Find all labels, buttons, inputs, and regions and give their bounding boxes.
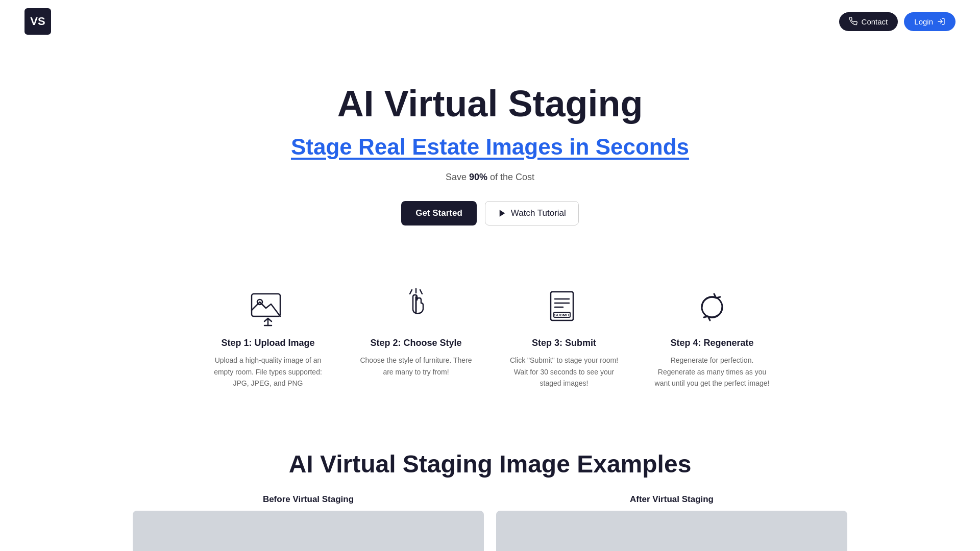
svg-text:SUBMIT: SUBMIT	[554, 313, 570, 317]
login-label: Login	[914, 17, 933, 26]
svg-line-8	[420, 290, 422, 294]
contact-button[interactable]: Contact	[839, 12, 898, 31]
hero-section: AI Virtual Staging Stage Real Estate Ima…	[0, 43, 980, 256]
nav-buttons: Contact Login	[839, 12, 955, 31]
step-4: Step 4: Regenerate Regenerate for perfec…	[638, 277, 786, 399]
step-1-desc: Upload a high-quality image of an empty …	[209, 355, 327, 389]
savings-percent: 90%	[469, 172, 487, 182]
phone-icon	[849, 17, 857, 26]
hero-buttons: Get Started Watch Tutorial	[24, 201, 955, 226]
before-label: Before Virtual Staging	[133, 494, 484, 505]
before-column: Before Virtual Staging	[133, 494, 484, 551]
hero-title: AI Virtual Staging	[24, 84, 955, 124]
step-3-title: Step 3: Submit	[505, 338, 623, 348]
after-column: After Virtual Staging	[496, 494, 847, 551]
step-1-icon	[248, 287, 288, 328]
step-4-icon	[692, 287, 732, 328]
before-image	[133, 511, 484, 551]
navbar: VS Contact Login	[0, 0, 980, 43]
login-icon	[937, 17, 945, 26]
examples-title: AI Virtual Staging Image Examples	[24, 450, 955, 478]
step-3: SUBMIT Step 3: Submit Click "Submit" to …	[490, 277, 638, 399]
after-image	[496, 511, 847, 551]
step-2: Step 2: Choose Style Choose the style of…	[342, 277, 490, 399]
get-started-button[interactable]: Get Started	[401, 201, 477, 226]
watch-tutorial-button[interactable]: Watch Tutorial	[485, 201, 579, 226]
steps-section: Step 1: Upload Image Upload a high-quali…	[133, 256, 847, 430]
contact-label: Contact	[862, 17, 888, 26]
svg-line-6	[410, 290, 412, 294]
examples-section: AI Virtual Staging Image Examples Before…	[0, 430, 980, 551]
examples-columns: Before Virtual Staging After Virtual Sta…	[133, 494, 847, 551]
step-4-desc: Regenerate for perfection. Regenerate as…	[653, 355, 771, 389]
step-2-icon	[396, 287, 436, 328]
login-button[interactable]: Login	[904, 12, 955, 31]
hero-savings: Save 90% of the Cost	[24, 172, 955, 183]
step-2-desc: Choose the style of furniture. There are…	[357, 355, 475, 378]
watch-tutorial-label: Watch Tutorial	[511, 208, 566, 218]
step-1-title: Step 1: Upload Image	[209, 338, 327, 348]
logo: VS	[24, 8, 51, 35]
play-icon	[498, 209, 507, 218]
step-1: Step 1: Upload Image Upload a high-quali…	[194, 277, 342, 399]
step-3-icon: SUBMIT	[544, 287, 584, 328]
svg-marker-1	[500, 210, 505, 217]
step-4-title: Step 4: Regenerate	[653, 338, 771, 348]
hero-subtitle: Stage Real Estate Images in Seconds	[24, 134, 955, 160]
after-label: After Virtual Staging	[496, 494, 847, 505]
step-2-title: Step 2: Choose Style	[357, 338, 475, 348]
step-3-desc: Click "Submit" to stage your room! Wait …	[505, 355, 623, 389]
